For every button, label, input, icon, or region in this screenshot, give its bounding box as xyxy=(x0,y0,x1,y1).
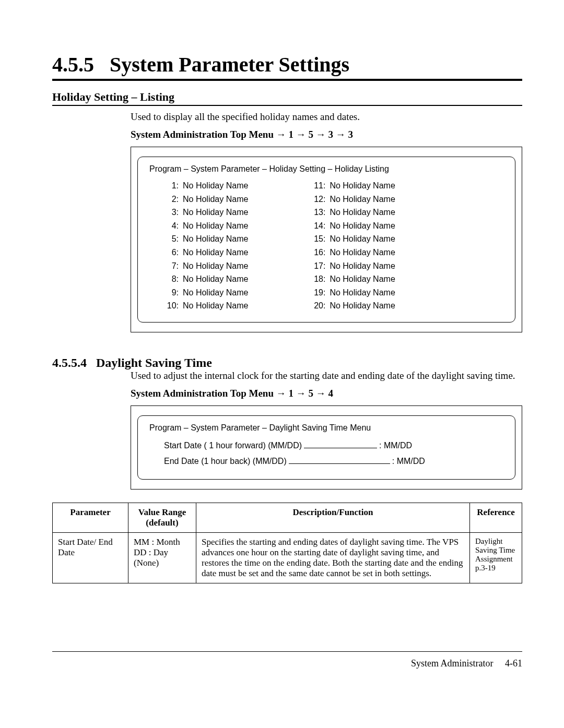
dst-inner: Program – System Parameter – Daylight Sa… xyxy=(137,415,515,480)
subsection-rule xyxy=(52,105,522,106)
holiday-text: No Holiday Name xyxy=(330,299,395,313)
dst-menu-path: System Administration Top Menu → 1 → 5 →… xyxy=(131,388,522,399)
holiday-listing-screen: Program – System Parameter – Holiday Set… xyxy=(131,147,522,332)
dst-title: Daylight Saving Time xyxy=(96,356,212,370)
holiday-text: No Holiday Name xyxy=(330,206,395,219)
dst-intro: Used to adjust the internal clock for th… xyxy=(131,370,522,381)
holiday-num: 17: xyxy=(311,259,325,273)
holiday-text: No Holiday Name xyxy=(330,272,395,286)
parameter-table: Parameter Value Range (default) Descript… xyxy=(52,503,522,583)
th-reference: Reference xyxy=(470,503,522,532)
cell-parameter: Start Date/ End Date xyxy=(53,532,128,583)
holiday-text: No Holiday Name xyxy=(183,206,248,219)
dst-start-value: : MM/DD xyxy=(379,438,412,453)
page-footer: System Administrator 4-61 xyxy=(52,651,522,669)
holiday-text: No Holiday Name xyxy=(330,286,395,300)
holiday-text: No Holiday Name xyxy=(330,246,395,259)
dst-end-value: : MM/DD xyxy=(392,453,425,469)
section-title-text: System Parameter Settings xyxy=(110,52,349,77)
holiday-listing-intro: Used to display all the specified holida… xyxy=(131,111,522,123)
holiday-num: 20: xyxy=(311,299,325,313)
dst-number: 4.5.5.4 xyxy=(52,356,87,370)
holiday-text: No Holiday Name xyxy=(330,179,395,193)
holiday-text: No Holiday Name xyxy=(183,272,248,286)
holiday-text: No Holiday Name xyxy=(330,219,395,233)
dst-dash xyxy=(289,457,390,464)
holiday-col-right: 11:No Holiday Name 12:No Holiday Name 13… xyxy=(311,179,395,313)
holiday-num: 11: xyxy=(311,179,325,193)
holiday-num: 5: xyxy=(164,232,179,246)
holiday-num: 18: xyxy=(311,272,325,286)
holiday-num: 16: xyxy=(311,246,325,259)
holiday-num: 1: xyxy=(164,179,179,193)
holiday-text: No Holiday Name xyxy=(183,232,248,246)
holiday-num: 2: xyxy=(164,193,179,206)
section-rule xyxy=(52,79,522,81)
holiday-num: 3: xyxy=(164,206,179,219)
holiday-listing-inner: Program – System Parameter – Holiday Set… xyxy=(137,157,515,323)
dst-screen-title: Program – System Parameter – Daylight Sa… xyxy=(149,423,503,433)
holiday-num: 10: xyxy=(164,299,179,313)
holiday-text: No Holiday Name xyxy=(183,219,248,233)
holiday-num: 9: xyxy=(164,286,179,300)
section-heading: 4.5.5 System Parameter Settings xyxy=(52,52,522,77)
dst-screen: Program – System Parameter – Daylight Sa… xyxy=(131,405,522,490)
holiday-text: No Holiday Name xyxy=(330,259,395,273)
holiday-listing-screen-title: Program – System Parameter – Holiday Set… xyxy=(149,164,503,174)
holiday-listing-menu-path: System Administration Top Menu → 1 → 5 →… xyxy=(131,129,522,140)
holiday-text: No Holiday Name xyxy=(183,299,248,313)
holiday-num: 7: xyxy=(164,259,179,273)
holiday-num: 19: xyxy=(311,286,325,300)
holiday-text: No Holiday Name xyxy=(183,193,248,206)
holiday-text: No Holiday Name xyxy=(330,232,395,246)
holiday-text: No Holiday Name xyxy=(183,246,248,259)
dst-dash xyxy=(304,441,377,448)
th-parameter: Parameter xyxy=(53,503,128,532)
dst-start-label: Start Date ( 1 hour forward) (MM/DD) xyxy=(164,438,302,453)
table-row: Start Date/ End Date MM : Month DD : Day… xyxy=(53,532,522,583)
holiday-num: 4: xyxy=(164,219,179,233)
holiday-col-left: 1:No Holiday Name 2:No Holiday Name 3:No… xyxy=(164,179,248,313)
cell-description: Specifies the starting and ending dates … xyxy=(196,532,470,583)
cell-reference: Daylight Saving Time Assignment p.3-19 xyxy=(470,532,522,583)
holiday-num: 12: xyxy=(311,193,325,206)
holiday-num: 14: xyxy=(311,219,325,233)
th-description: Description/Function xyxy=(196,503,470,532)
footer-label: System Administrator xyxy=(411,658,494,669)
holiday-text: No Holiday Name xyxy=(183,179,248,193)
section-number: 4.5.5 xyxy=(52,52,94,77)
holiday-num: 8: xyxy=(164,272,179,286)
dst-heading: 4.5.5.4 Daylight Saving Time xyxy=(52,356,522,370)
dst-end-label: End Date (1 hour back) (MM/DD) xyxy=(164,453,287,469)
holiday-text: No Holiday Name xyxy=(183,259,248,273)
holiday-text: No Holiday Name xyxy=(183,286,248,300)
holiday-num: 15: xyxy=(311,232,325,246)
holiday-listing-heading: Holiday Setting – Listing xyxy=(52,90,522,104)
holiday-text: No Holiday Name xyxy=(330,193,395,206)
footer-page-number: 4-61 xyxy=(505,658,522,669)
holiday-num: 6: xyxy=(164,246,179,259)
cell-value-range: MM : Month DD : Day (None) xyxy=(128,532,196,583)
th-value-range: Value Range (default) xyxy=(128,503,196,532)
holiday-num: 13: xyxy=(311,206,325,219)
